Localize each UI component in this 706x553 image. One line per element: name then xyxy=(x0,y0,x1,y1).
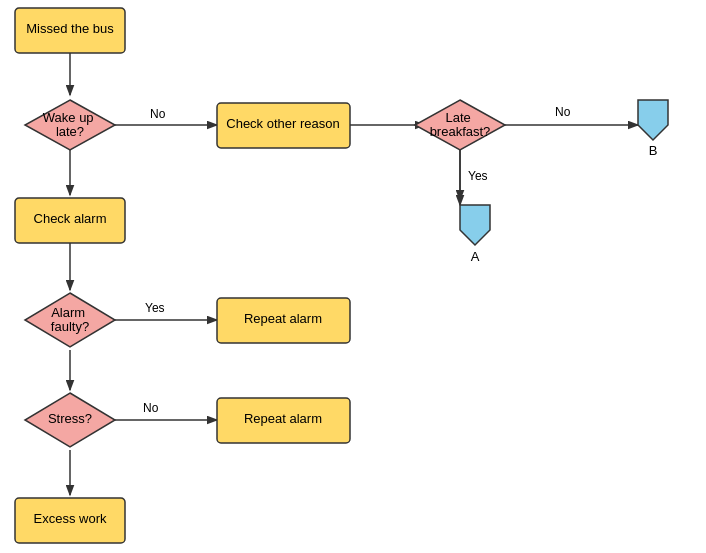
connector-b-label: B xyxy=(649,143,658,158)
check-other-reason-label: Check other reason xyxy=(226,116,339,131)
no-breakfast-label: No xyxy=(555,105,571,119)
check-alarm-label: Check alarm xyxy=(34,211,107,226)
connector-a-node xyxy=(460,205,490,245)
connector-b-node xyxy=(638,100,668,140)
yes-alarm-label: Yes xyxy=(145,301,165,315)
no-wake-label: No xyxy=(150,107,166,121)
repeat-alarm-2-label: Repeat alarm xyxy=(244,411,322,426)
missed-bus-label: Missed the bus xyxy=(26,21,114,36)
alarm-faulty-label: Alarm faulty? xyxy=(51,305,89,334)
no-stress-label: No xyxy=(143,401,159,415)
excess-work-label: Excess work xyxy=(34,511,107,526)
connector-a-label: A xyxy=(471,249,480,264)
repeat-alarm-1-label: Repeat alarm xyxy=(244,311,322,326)
stress-label: Stress? xyxy=(48,411,92,426)
yes-breakfast-label: Yes xyxy=(468,169,488,183)
